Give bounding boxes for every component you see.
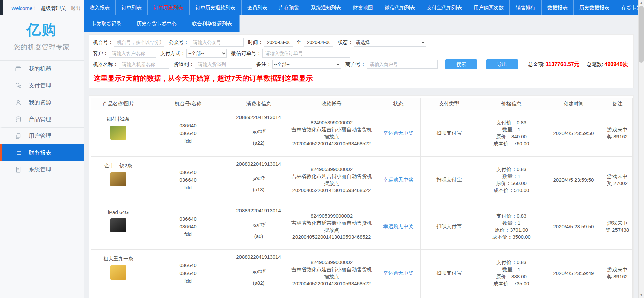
official-account-input[interactable]	[190, 38, 244, 47]
date-start-input[interactable]	[264, 38, 293, 47]
status-link[interactable]: 幸运购无中奖	[383, 177, 414, 182]
cell-remark: 游戏未中奖 257438	[602, 203, 633, 250]
status-link[interactable]: 幸运购无中奖	[383, 130, 414, 136]
cell-created: 2020/4/5 23:59:50	[545, 110, 602, 157]
orders-table-panel: 产品名称/图片机台号/名称消费者信息收款帐号状态支付类型价格信息创建时间备注 细…	[89, 95, 634, 298]
v-scrollbar[interactable]: ▲ ▼	[638, 0, 644, 298]
date-end-input[interactable]	[304, 38, 333, 47]
price-line: 成本价：735.00	[478, 280, 545, 287]
cell-pay-type: 扫呗支付宝	[421, 110, 478, 157]
cell-price: 支付价：0.83数量：1原价：3701.00成本价：3500.00	[478, 203, 545, 250]
window-edge	[0, 0, 3, 15]
date-to-label: 至	[296, 39, 301, 46]
sidebar-item-label: 我的资源	[29, 99, 51, 106]
cell-pay-type: 扫呗支付宝	[421, 250, 478, 296]
nav-tab-13[interactable]: 历史数据报表	[574, 0, 615, 15]
nav-tab-7[interactable]: 财富地图	[347, 0, 379, 15]
nav-tab-0[interactable]: 收入报表	[84, 0, 116, 15]
export-button[interactable]: 导出	[486, 59, 518, 69]
table-row: 细荷花2条036640036640fdd2088922041913014sorr…	[91, 110, 633, 157]
machine-no-input[interactable]	[114, 38, 164, 47]
product-name: 细荷花2条	[91, 116, 146, 122]
sidebar-item-3[interactable]: 产品管理	[0, 111, 84, 128]
cell-status: 幸运购无中奖	[376, 157, 421, 203]
account-order: 2020040522001413010593468522	[287, 187, 376, 194]
sorry-image: sorry	[250, 217, 267, 232]
channel-input[interactable]	[195, 60, 252, 69]
cell-remark: 游戏未中奖 89162	[602, 110, 633, 157]
pay-method-label: 支付方式：	[160, 50, 185, 57]
scroll-up-icon[interactable]: ▲	[639, 0, 644, 6]
table-row: 华为MATE 30036640036640fdd2088922041913014…	[91, 296, 633, 298]
header-cell-0: 产品名称/图片	[91, 98, 146, 110]
product-image	[110, 172, 126, 186]
nav-tab-9[interactable]: 支付宝代扣列表	[421, 0, 468, 15]
logout-link[interactable]: 退出	[71, 5, 81, 11]
remark-filter-select[interactable]: --全部--	[272, 60, 341, 69]
cell-created: 2020/4/5 23:59:50	[545, 157, 602, 203]
machine-line: 036640	[146, 261, 230, 269]
nav-tab-6[interactable]: 系统通知列表	[305, 0, 347, 15]
pay-method-select[interactable]: --全部--	[186, 49, 227, 58]
table-row: 粗大重九一条036640036640fdd2088922041913014sor…	[91, 250, 633, 296]
sidebar-item-4[interactable]: 用户管理	[0, 128, 84, 144]
table-row: iPad 64G036640036640fdd2088922041913014s…	[91, 203, 633, 250]
price-line: 支付价：0.83	[478, 119, 545, 126]
machine-name-input[interactable]	[119, 60, 169, 69]
wechat-order-input[interactable]	[262, 49, 350, 58]
customer-input[interactable]	[109, 49, 156, 58]
cell-status	[376, 296, 421, 298]
machine-line: fdd	[146, 230, 230, 238]
cell-machine: 036640036640fdd	[146, 296, 230, 298]
nav-tab-1[interactable]: 订单列表	[116, 0, 148, 15]
price-line: 原价：3701.00	[478, 226, 545, 233]
product-icon	[15, 115, 23, 123]
sidebar-menu: 我的机器支付管理我的资源产品管理用户管理财务报表系统管理	[0, 60, 84, 178]
sub-nav-tab-0[interactable]: 卡券取货记录	[84, 15, 129, 32]
status-link[interactable]: 幸运购无中奖	[383, 223, 414, 229]
sidebar-item-0[interactable]: 我的机器	[0, 61, 84, 77]
nav-tab-2[interactable]: 订单历史列表	[148, 0, 190, 15]
nav-tab-8[interactable]: 微信代扣列表	[379, 0, 421, 15]
cell-machine: 036640036640fdd	[146, 110, 230, 157]
price-line: 数量：1	[478, 126, 545, 133]
consumer-id: 2088922041913014	[230, 161, 287, 167]
merchant-input[interactable]	[367, 60, 438, 69]
machine-line: 036640	[146, 129, 230, 137]
account-address: 吉林省敦化市延吉街小丽自动售货机摆放点	[287, 266, 376, 280]
machine-line: 036640	[146, 122, 230, 129]
product-image	[110, 265, 126, 280]
payment-icon	[15, 82, 23, 90]
status-select[interactable]: 请选择	[354, 38, 426, 47]
scroll-thumb[interactable]	[639, 6, 644, 63]
sub-nav-tab-1[interactable]: 历史存货卡券中心	[129, 15, 184, 32]
status-link[interactable]: 幸运购无中奖	[383, 270, 414, 276]
product-name: iPad 64G	[91, 209, 146, 215]
scroll-down-icon[interactable]: ▼	[639, 292, 644, 298]
welcome-text: Welcome！	[11, 5, 37, 11]
nav-tab-11[interactable]: 销售排行	[510, 0, 542, 15]
nav-tab-10[interactable]: 用户购买次数	[468, 0, 510, 15]
remark-text: 游戏未中奖 89162	[602, 266, 632, 280]
sub-nav-tab-2[interactable]: 联合利华答题列表	[184, 15, 240, 32]
sidebar-item-1[interactable]: 支付管理	[0, 77, 84, 94]
remark-filter-label: 备注：	[256, 61, 271, 68]
cell-pay-type: 扫呗支付宝	[421, 157, 478, 203]
account-order: 2020040522001413010593468522	[287, 233, 376, 240]
nav-tab-12[interactable]: 数据报表	[542, 0, 574, 15]
app-logo: 亿购	[0, 20, 84, 39]
sidebar-item-2[interactable]: 我的资源	[0, 94, 84, 111]
nav-tab-5[interactable]: 库存预警	[273, 0, 305, 15]
nav-tab-4[interactable]: 会员列表	[241, 0, 273, 15]
search-button[interactable]: 搜索	[445, 59, 477, 69]
app-slogan: 您的机器管理专家	[0, 43, 84, 52]
sidebar-item-6[interactable]: 系统管理	[0, 161, 84, 178]
sidebar-item-5[interactable]: 财务报表	[0, 144, 84, 161]
product-image	[110, 218, 126, 232]
app-window: Welcome！ 超级管理员 退出 亿购 您的机器管理专家 我的机器支付管理我的…	[0, 0, 644, 298]
machine-icon	[15, 65, 23, 73]
header-cell-1: 机台号/名称	[146, 98, 230, 110]
price-line: 数量：1	[478, 173, 545, 180]
price-line: 数量：1	[478, 219, 545, 226]
nav-tab-3[interactable]: 订单历史退款列表	[190, 0, 241, 15]
